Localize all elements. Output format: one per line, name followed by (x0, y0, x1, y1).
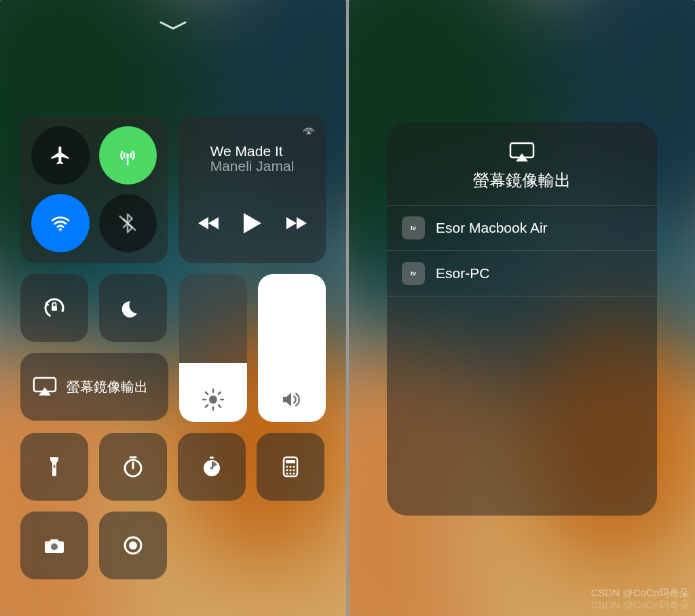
connectivity-tile[interactable] (20, 115, 168, 263)
cellular-icon (117, 145, 138, 166)
device-list: tv Esor Macbook Air tv Esor-PC (387, 205, 657, 296)
screen-mirroring-button[interactable]: 螢幕鏡像輸出 (20, 353, 168, 421)
timer-button[interactable] (99, 433, 167, 501)
svg-line-15 (219, 392, 221, 394)
airplane-mode-toggle[interactable] (31, 126, 90, 185)
svg-point-32 (289, 472, 291, 474)
volume-icon (280, 388, 303, 411)
svg-point-36 (129, 541, 137, 550)
brightness-icon (202, 388, 225, 411)
device-name: Esor-PC (436, 265, 489, 282)
svg-point-2 (59, 228, 62, 231)
svg-point-34 (51, 543, 58, 550)
calculator-button[interactable] (257, 433, 324, 501)
device-name: Esor Macbook Air (436, 220, 548, 236)
svg-rect-5 (52, 306, 57, 311)
svg-point-25 (286, 465, 288, 467)
brightness-slider[interactable] (179, 274, 247, 422)
media-tile[interactable]: We Made It Maneli Jamal (179, 115, 326, 263)
wifi-toggle[interactable] (31, 194, 90, 252)
screen-record-button[interactable] (99, 512, 167, 579)
cellular-data-toggle[interactable] (99, 126, 157, 185)
moon-icon (119, 294, 147, 322)
svg-point-33 (293, 472, 295, 474)
orientation-lock-icon (41, 294, 68, 322)
airplay-icon (33, 377, 57, 397)
svg-line-12 (206, 392, 208, 394)
appletv-icon: tv (402, 262, 425, 285)
previous-track-button[interactable] (198, 216, 220, 233)
svg-rect-16 (54, 465, 56, 468)
svg-rect-22 (210, 457, 214, 459)
screen-mirroring-title: 螢幕鏡像輸出 (473, 170, 571, 191)
airplay-audio-icon[interactable] (301, 123, 316, 138)
svg-point-21 (210, 467, 213, 469)
svg-line-13 (219, 405, 221, 407)
svg-point-31 (286, 472, 288, 474)
airplay-device-item[interactable]: tv Esor Macbook Air (387, 205, 657, 250)
wifi-icon (50, 212, 71, 234)
track-title: We Made It (210, 143, 295, 159)
svg-point-27 (293, 465, 295, 467)
screen-mirroring-panel: 螢幕鏡像輸出 tv Esor Macbook Air tv Esor-PC (387, 122, 657, 516)
screen-mirroring-pane: 螢幕鏡像輸出 tv Esor Macbook Air tv Esor-PC (349, 0, 695, 616)
svg-point-28 (286, 469, 288, 471)
next-track-button[interactable] (285, 216, 307, 233)
svg-point-26 (289, 465, 291, 467)
screen-record-icon (119, 532, 147, 559)
timer-icon (119, 453, 147, 480)
appletv-icon: tv (402, 216, 425, 239)
do-not-disturb-button[interactable] (99, 274, 167, 342)
camera-icon (41, 532, 68, 559)
chevron-down-icon[interactable] (0, 20, 346, 31)
airplay-device-item[interactable]: tv Esor-PC (387, 250, 657, 296)
screen-mirroring-label: 螢幕鏡像輸出 (67, 379, 148, 396)
orientation-lock-button[interactable] (20, 274, 88, 342)
svg-point-7 (209, 396, 217, 404)
flashlight-button[interactable] (20, 433, 88, 501)
stopwatch-button[interactable] (178, 433, 246, 501)
camera-button[interactable] (20, 512, 88, 579)
airplay-icon (508, 141, 536, 163)
stopwatch-icon (198, 453, 225, 480)
svg-point-1 (126, 154, 129, 157)
calculator-icon (277, 453, 304, 480)
bluetooth-toggle[interactable] (99, 194, 157, 252)
volume-slider[interactable] (258, 274, 326, 422)
bluetooth-icon (117, 212, 138, 234)
svg-point-29 (289, 469, 291, 471)
airplane-icon (50, 145, 71, 166)
svg-point-30 (293, 469, 295, 471)
svg-line-14 (206, 405, 208, 407)
control-center-pane: We Made It Maneli Jamal (0, 0, 346, 616)
play-button[interactable] (244, 213, 261, 236)
flashlight-icon (41, 453, 68, 480)
track-artist: Maneli Jamal (210, 158, 295, 174)
svg-rect-24 (286, 460, 295, 463)
